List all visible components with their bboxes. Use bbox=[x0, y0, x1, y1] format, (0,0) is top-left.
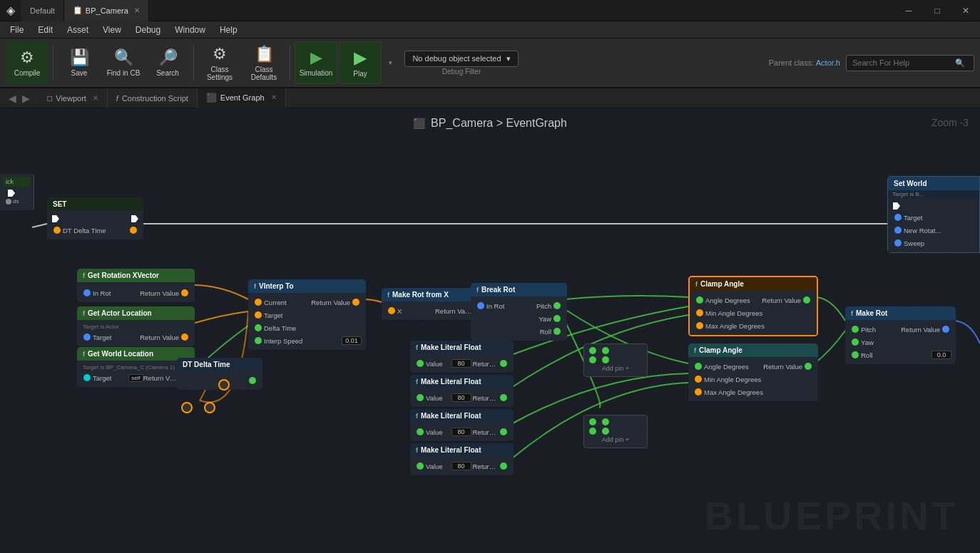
minimize-button[interactable]: ─ bbox=[894, 0, 923, 21]
set-exec-out bbox=[131, 215, 138, 222]
debug-object-select[interactable]: No debug object selected ▾ bbox=[404, 51, 519, 67]
get-world-target-label: Target bbox=[93, 374, 128, 382]
get-actor-header: f Get Actor Location bbox=[77, 306, 195, 320]
tab-viewport[interactable]: □ Viewport ✕ bbox=[39, 88, 108, 108]
eg-close[interactable]: ✕ bbox=[271, 93, 277, 101]
zoom-label: Zoom -3 bbox=[931, 117, 969, 128]
make-float-1-header: f Make Literal Float bbox=[410, 341, 514, 354]
get-actor-target-row: Target Return Value bbox=[77, 331, 195, 343]
get-world-target-pin bbox=[83, 374, 91, 381]
make-float-4-val[interactable]: 80 bbox=[451, 462, 471, 470]
title-bar: ◈ Default 📋 BP_Camera ✕ ─ □ ✕ bbox=[0, 0, 980, 21]
window-controls: ─ □ ✕ bbox=[894, 0, 980, 21]
break-rot-in-row: In Rot Pitch bbox=[471, 299, 567, 312]
nav-arrows: ◀ ▶ bbox=[0, 91, 39, 105]
vinterp-speed-val[interactable]: 0.01 bbox=[342, 336, 362, 345]
nav-forward-button[interactable]: ▶ bbox=[19, 91, 33, 105]
make-float-2-return-label: Return Value bbox=[473, 394, 499, 402]
tab-bp-close[interactable]: ✕ bbox=[134, 6, 140, 14]
save-button[interactable]: 💾 Save bbox=[58, 41, 101, 84]
clamp-2-return-label: Return Value bbox=[753, 363, 802, 371]
ap1-pin4 bbox=[602, 356, 609, 363]
set-world-header: Set World bbox=[888, 177, 979, 190]
clamp-2-angle-row: Angle Degrees Return Value bbox=[688, 360, 818, 373]
make-rot-return-label: Return Value bbox=[901, 326, 941, 334]
clamp-2-return-pin bbox=[805, 363, 812, 370]
make-float-1-body: Value 80 Return Value bbox=[410, 354, 514, 373]
menu-asset[interactable]: Asset bbox=[60, 21, 96, 38]
make-float-4-in-pin bbox=[417, 462, 424, 470]
set-world-new-rot-label: New Rotat... bbox=[904, 227, 975, 234]
add-pin-1-btn[interactable]: Add pin + bbox=[587, 363, 644, 373]
tab-construction-script[interactable]: f Construction Script bbox=[108, 88, 198, 108]
break-rot-pitch-pin bbox=[553, 302, 561, 309]
clamp-2-min-label: Min Angle Degrees bbox=[704, 376, 814, 383]
class-defaults-button[interactable]: 📋 Class Defaults bbox=[243, 41, 285, 84]
compile-icon: ⚙ bbox=[20, 48, 34, 67]
nav-back-button[interactable]: ◀ bbox=[6, 91, 19, 105]
set-body: DT Delta Time bbox=[47, 211, 143, 239]
right-toolbar: Parent class: Actor.h 🔍 bbox=[769, 55, 974, 71]
make-float-3-return-label: Return Value bbox=[473, 428, 499, 436]
canvas-area[interactable]: ⬛ BP_Camera > EventGraph Zoom -3 bbox=[0, 108, 980, 553]
make-float-2-row: Value 80 Return Value bbox=[410, 391, 514, 404]
make-float-2-header: f Make Literal Float bbox=[410, 375, 514, 388]
find-in-cb-button[interactable]: 🔍 Find in CB bbox=[102, 41, 145, 84]
tab-bp[interactable]: 📋 BP_Camera ✕ bbox=[64, 0, 149, 21]
clamp-angle-1-node: f Clamp Angle Angle Degrees Return Value… bbox=[688, 276, 818, 336]
vinterp-label: VInterp To bbox=[259, 282, 294, 290]
make-float-4-header: f Make Literal Float bbox=[410, 443, 514, 457]
parent-class-link[interactable]: Actor.h bbox=[816, 58, 840, 67]
menu-view[interactable]: View bbox=[96, 21, 128, 38]
menu-debug[interactable]: Debug bbox=[128, 21, 168, 38]
make-float-2-node: f Make Literal Float Value 80 Return Val… bbox=[410, 375, 514, 407]
clamp-1-min-label: Min Angle Degrees bbox=[705, 309, 812, 317]
viewport-close[interactable]: ✕ bbox=[93, 94, 98, 102]
set-world-target-label: Target bbox=[904, 214, 975, 222]
add-pin-2-btn[interactable]: Add pin + bbox=[587, 435, 644, 445]
ap2-pin2 bbox=[602, 418, 609, 425]
vinterp-target-row: Target bbox=[248, 309, 366, 321]
clamp-angle-2-header: f Clamp Angle bbox=[688, 343, 818, 357]
help-search-input[interactable] bbox=[852, 58, 952, 67]
vinterp-header: f VInterp To bbox=[248, 279, 366, 293]
maximize-button[interactable]: □ bbox=[923, 0, 951, 21]
close-button[interactable]: ✕ bbox=[951, 0, 980, 21]
make-float-2-val[interactable]: 80 bbox=[451, 393, 471, 402]
make-rot-roll-val[interactable]: 0.0 bbox=[931, 351, 951, 359]
help-search-box[interactable]: 🔍 bbox=[846, 55, 974, 71]
clamp-1-angle-pin bbox=[696, 296, 703, 304]
break-rot-yaw-pin bbox=[553, 315, 561, 322]
separator-2 bbox=[193, 45, 194, 81]
clamp-2-min-row: Min Angle Degrees bbox=[688, 373, 818, 386]
make-float-2-return-pin bbox=[500, 394, 507, 401]
tab-event-graph[interactable]: ⬛ Event Graph ✕ bbox=[198, 88, 286, 108]
search-submit-icon[interactable]: 🔍 bbox=[955, 58, 965, 68]
menu-window[interactable]: Window bbox=[168, 21, 213, 38]
get-world-label: Get World Location bbox=[88, 350, 153, 358]
make-float-1-val[interactable]: 80 bbox=[451, 359, 471, 368]
class-settings-button[interactable]: ⚙ Class Settings bbox=[198, 41, 241, 84]
reroute-3 bbox=[218, 379, 230, 391]
make-rot-header: f Make Rot bbox=[845, 306, 956, 320]
play-dropdown-arrow[interactable]: ▾ bbox=[383, 41, 397, 84]
vinterp-body: Current Return Value Target Delta Time I… bbox=[248, 293, 366, 350]
play-button[interactable]: ▶ Play bbox=[339, 41, 382, 84]
search-button[interactable]: 🔎 Search bbox=[146, 41, 189, 84]
set-world-sub: Target is B... bbox=[888, 190, 979, 198]
cs-icon: f bbox=[116, 94, 118, 103]
make-float-3-body: Value 80 Return Value bbox=[410, 423, 514, 441]
ue-logo: ◈ bbox=[0, 0, 21, 21]
search-icon: 🔎 bbox=[158, 48, 178, 67]
compile-button[interactable]: ⚙ Compile bbox=[6, 41, 49, 84]
make-rot-x-label: Make Rot from X bbox=[392, 291, 449, 299]
menu-edit[interactable]: Edit bbox=[31, 21, 60, 38]
tab-default[interactable]: Default bbox=[21, 0, 64, 21]
make-float-3-val[interactable]: 80 bbox=[451, 428, 471, 436]
make-rot-x-in-pin bbox=[388, 307, 395, 314]
make-float-1-value-label: Value bbox=[426, 360, 451, 368]
menu-file[interactable]: File bbox=[3, 21, 31, 38]
simulation-button[interactable]: ▶ Simulation bbox=[295, 41, 337, 84]
set-label: SET bbox=[53, 200, 66, 208]
menu-help[interactable]: Help bbox=[213, 21, 245, 38]
